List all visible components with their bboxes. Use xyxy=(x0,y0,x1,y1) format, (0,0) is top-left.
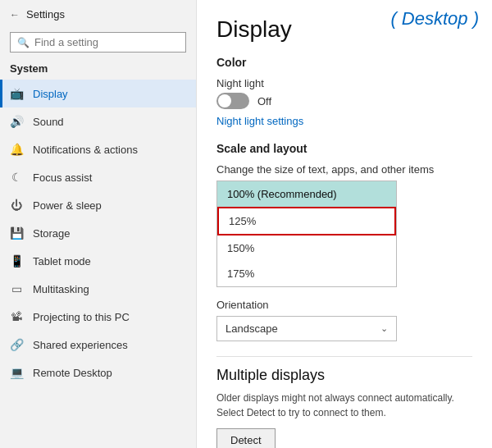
night-light-toggle-row: Off xyxy=(216,93,472,109)
back-arrow-icon: ← xyxy=(10,9,20,21)
sidebar-item-power-label: Power & sleep xyxy=(33,199,102,212)
scale-dropdown[interactable]: 100% (Recommended) 125% 150% 175% xyxy=(216,181,397,287)
divider xyxy=(216,356,472,357)
back-button[interactable]: ← Settings xyxy=(0,0,196,29)
sidebar-item-multitasking-label: Multitasking xyxy=(33,283,89,295)
night-light-settings-link[interactable]: Night light settings xyxy=(216,115,303,127)
scale-option-150[interactable]: 150% xyxy=(217,235,396,261)
sidebar-item-focus-label: Focus assist xyxy=(33,171,92,184)
search-box[interactable]: 🔍 xyxy=(10,32,186,53)
system-section-label: System xyxy=(0,59,196,80)
power-icon: ⏻ xyxy=(10,199,23,212)
orientation-label: Orientation xyxy=(216,299,472,311)
multiple-displays-section: Multiple displays Older displays might n… xyxy=(216,367,472,448)
scale-change-label: Change the size of text, apps, and other… xyxy=(216,163,472,176)
orientation-value: Landscape xyxy=(226,322,278,335)
orientation-section: Orientation Landscape ⌄ xyxy=(216,299,472,341)
sidebar-item-power[interactable]: ⏻ Power & sleep xyxy=(0,191,196,219)
sidebar-item-sound-label: Sound xyxy=(33,116,64,128)
sound-icon: 🔊 xyxy=(10,115,23,128)
multiple-displays-desc: Older displays might not always connect … xyxy=(216,391,472,420)
notifications-icon: 🔔 xyxy=(10,143,23,156)
sidebar-item-tablet-label: Tablet mode xyxy=(33,255,91,267)
multitasking-icon: ▭ xyxy=(10,282,23,295)
remote-icon: 💻 xyxy=(10,366,23,379)
focus-icon: ☾ xyxy=(10,171,23,184)
scale-section-title: Scale and layout xyxy=(216,142,472,155)
tablet-icon: 📱 xyxy=(10,254,23,267)
projecting-icon: 📽 xyxy=(10,310,23,323)
chevron-down-icon: ⌄ xyxy=(380,323,388,334)
night-light-state: Off xyxy=(257,95,271,107)
sidebar-nav: 📺 Display 🔊 Sound 🔔 Notifications & acti… xyxy=(0,80,196,386)
sidebar-item-tablet[interactable]: 📱 Tablet mode xyxy=(0,247,196,275)
search-icon: 🔍 xyxy=(17,37,30,48)
search-input[interactable] xyxy=(34,36,179,48)
storage-icon: 💾 xyxy=(10,226,23,240)
settings-back-label: Settings xyxy=(26,8,65,21)
desktop-badge: ( Desktop ) xyxy=(390,8,479,30)
sidebar-item-display-label: Display xyxy=(33,88,68,100)
scale-section: Scale and layout Change the size of text… xyxy=(216,142,472,287)
sidebar-item-projecting[interactable]: 📽 Projecting to this PC xyxy=(0,303,196,331)
sidebar-item-notifications[interactable]: 🔔 Notifications & actions xyxy=(0,135,196,163)
sidebar-item-sound[interactable]: 🔊 Sound xyxy=(0,107,196,135)
scale-option-175[interactable]: 175% xyxy=(217,261,396,286)
sidebar-item-storage[interactable]: 💾 Storage xyxy=(0,219,196,247)
color-section: Color Night light Off Night light settin… xyxy=(216,56,472,139)
shared-icon: 🔗 xyxy=(10,338,23,351)
sidebar-item-shared[interactable]: 🔗 Shared experiences xyxy=(0,331,196,359)
sidebar-item-multitasking[interactable]: ▭ Multitasking xyxy=(0,275,196,303)
display-icon: 📺 xyxy=(10,87,23,100)
sidebar-item-focus[interactable]: ☾ Focus assist xyxy=(0,163,196,191)
sidebar: ← Settings 🔍 System 📺 Display 🔊 Sound 🔔 … xyxy=(0,0,197,448)
sidebar-item-storage-label: Storage xyxy=(33,227,71,240)
sidebar-item-shared-label: Shared experiences xyxy=(33,339,128,351)
detect-button[interactable]: Detect xyxy=(216,428,276,448)
sidebar-item-remote[interactable]: 💻 Remote Desktop xyxy=(0,359,196,386)
toggle-knob xyxy=(218,94,231,107)
sidebar-item-display[interactable]: 📺 Display xyxy=(0,80,196,107)
color-section-title: Color xyxy=(216,56,472,69)
night-light-toggle[interactable] xyxy=(216,93,249,109)
orientation-select[interactable]: Landscape ⌄ xyxy=(216,316,397,341)
night-light-label: Night light xyxy=(216,77,472,89)
sidebar-item-remote-label: Remote Desktop xyxy=(33,367,112,379)
scale-option-125[interactable]: 125% xyxy=(217,207,396,235)
sidebar-item-notifications-label: Notifications & actions xyxy=(33,144,138,156)
main-content: ( Desktop ) Display Color Night light Of… xyxy=(197,0,492,448)
scale-option-100[interactable]: 100% (Recommended) xyxy=(217,181,396,207)
multiple-displays-title: Multiple displays xyxy=(216,367,472,384)
sidebar-item-projecting-label: Projecting to this PC xyxy=(33,311,130,323)
